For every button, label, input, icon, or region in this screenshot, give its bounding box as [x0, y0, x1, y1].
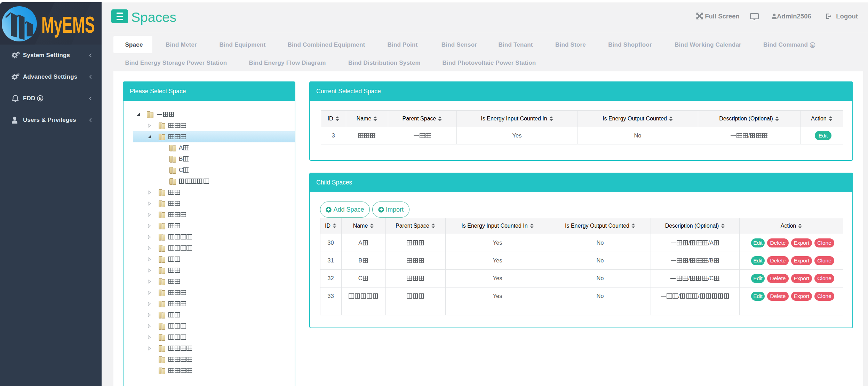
svg-text:E: E: [811, 43, 814, 47]
svg-text:E: E: [39, 96, 42, 101]
